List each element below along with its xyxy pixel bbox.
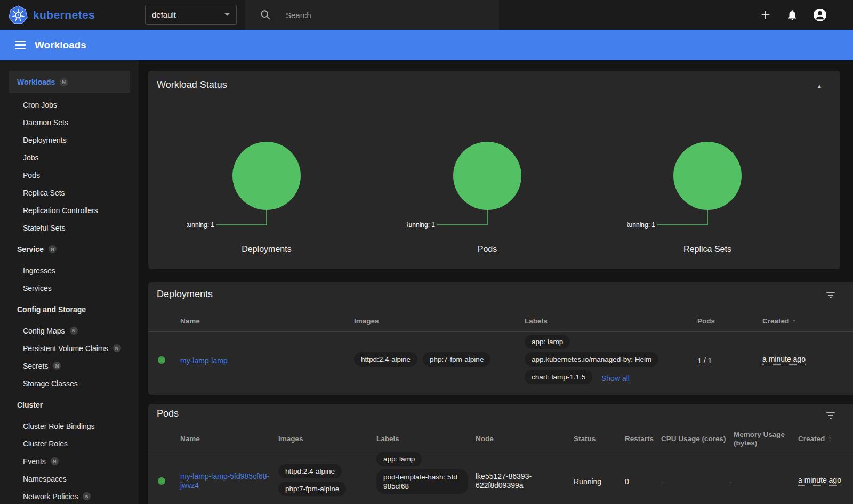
pie-legend: Running: 1 bbox=[627, 221, 655, 229]
pods-card: Pods Name Images Labels Node Status Rest… bbox=[148, 404, 853, 504]
notifications-button[interactable] bbox=[786, 9, 798, 21]
sidebar-item[interactable]: Secrets N bbox=[0, 357, 139, 375]
created-cell: a minute ago bbox=[798, 476, 841, 484]
leader-line bbox=[437, 210, 487, 225]
sidebar-item[interactable]: Config and Storage bbox=[0, 300, 139, 318]
sidebar-item[interactable]: Events N bbox=[0, 452, 139, 470]
column-header-name: Name bbox=[180, 435, 200, 443]
image-chip: httpd:2.4-alpine bbox=[278, 464, 342, 478]
new-badge: N bbox=[113, 344, 121, 352]
sidebar-item[interactable]: Network Policies N bbox=[0, 487, 139, 504]
sidebar-item-label: Config Maps bbox=[23, 327, 65, 335]
sidebar-item[interactable]: Services bbox=[0, 279, 139, 297]
pods-count: 1 / 1 bbox=[697, 356, 712, 365]
column-header-created[interactable]: Created↑ bbox=[798, 435, 832, 443]
search-bar[interactable] bbox=[245, 0, 499, 30]
sidebar-item[interactable]: Cluster Roles bbox=[0, 435, 139, 452]
card-title: Workload Status bbox=[157, 79, 227, 91]
sidebar-item[interactable]: Stateful Sets bbox=[0, 219, 139, 237]
sidebar-item[interactable]: Cron Jobs bbox=[0, 96, 139, 113]
sidebar-item-label: Config and Storage bbox=[17, 305, 86, 314]
chart-title: Deployments bbox=[187, 245, 347, 254]
sidebar-item[interactable]: Replication Controllers bbox=[0, 201, 139, 219]
sidebar-item[interactable]: Storage Classes bbox=[0, 375, 139, 392]
page-title: Workloads bbox=[35, 39, 86, 51]
sidebar-item[interactable]: Config Maps N bbox=[0, 322, 139, 339]
chart-title: Replica Sets bbox=[627, 245, 787, 254]
table-divider bbox=[148, 331, 853, 332]
new-badge: N bbox=[83, 492, 91, 500]
sidebar-item[interactable]: Persistent Volume Claims N bbox=[0, 339, 139, 357]
sidebar-item-label: Replication Controllers bbox=[23, 206, 98, 215]
column-header-restarts: Restarts bbox=[625, 435, 654, 443]
column-header-created[interactable]: Created↑ bbox=[762, 317, 796, 325]
label-chip: chart: lamp-1.1.5 bbox=[525, 370, 592, 384]
sidebar-item-label: Secrets bbox=[23, 362, 48, 370]
brand-title[interactable]: kubernetes bbox=[33, 0, 95, 30]
menu-icon[interactable] bbox=[15, 41, 26, 50]
created-cell: a minute ago bbox=[762, 355, 806, 363]
column-header-node: Node bbox=[476, 435, 494, 443]
column-header-pods: Pods bbox=[697, 317, 715, 325]
sidebar-item-label: Cluster bbox=[17, 401, 43, 409]
sidebar-item[interactable]: Service N bbox=[0, 240, 139, 258]
image-chip: httpd:2.4-alpine bbox=[354, 352, 417, 367]
label-chip: app: lamp bbox=[376, 452, 422, 466]
header-actions bbox=[760, 0, 827, 30]
search-icon bbox=[260, 10, 271, 20]
namespace-selector[interactable]: default bbox=[145, 5, 237, 25]
label-chip: pod-template-hash: 5fd985cf68 bbox=[376, 469, 468, 494]
pie-slice-running bbox=[673, 142, 742, 210]
sidebar-item[interactable]: Workloads N bbox=[9, 71, 130, 93]
sidebar-item[interactable]: Ingresses bbox=[0, 262, 139, 279]
collapse-icon[interactable]: ▲ bbox=[814, 83, 825, 90]
kubernetes-logo-icon[interactable] bbox=[9, 5, 28, 25]
sidebar-item-label: Workloads bbox=[17, 78, 55, 86]
sidebar-item-label: Deployments bbox=[23, 136, 67, 144]
sidebar-item-label: Ingresses bbox=[23, 266, 55, 275]
status-ok-icon bbox=[158, 477, 165, 485]
filter-icon[interactable] bbox=[825, 412, 836, 421]
search-input[interactable] bbox=[285, 10, 463, 20]
column-header-cpu: CPU Usage (cores) bbox=[661, 435, 726, 443]
leader-line bbox=[657, 210, 707, 225]
sidebar-item-label: Network Policies bbox=[23, 492, 78, 501]
column-header-labels: Labels bbox=[525, 317, 548, 325]
new-badge: N bbox=[60, 78, 68, 86]
sidebar-item-label: Service bbox=[17, 245, 44, 254]
label-chip: app.kubernetes.io/managed-by: Helm bbox=[525, 352, 658, 367]
node-cell: lke55127-86393-622f8d09399a bbox=[476, 472, 556, 490]
sidebar-item[interactable]: Cluster Role Bindings bbox=[0, 417, 139, 435]
pie-chart: Running: 1 Deployments bbox=[187, 141, 347, 254]
sidebar-item[interactable]: Replica Sets bbox=[0, 184, 139, 201]
content: Workload Status ▲ Running: 1 Deployments… bbox=[139, 60, 853, 504]
column-header-memory: Memory Usage (bytes) bbox=[734, 430, 803, 448]
account-button[interactable] bbox=[813, 8, 827, 22]
sidebar-item[interactable]: Daemon Sets bbox=[0, 113, 139, 131]
pod-status: Running bbox=[574, 477, 601, 486]
sort-arrow-icon: ↑ bbox=[792, 317, 796, 325]
column-header-images: Images bbox=[354, 317, 379, 325]
pod-name-link[interactable]: my-lamp-lamp-5fd985cf68-jwvz4 bbox=[180, 472, 274, 490]
sidebar-item[interactable]: Cluster bbox=[0, 396, 139, 413]
sidebar-item[interactable]: Deployments bbox=[0, 131, 139, 149]
new-badge: N bbox=[70, 327, 78, 335]
sidebar-item-label: Daemon Sets bbox=[23, 118, 68, 127]
create-button[interactable] bbox=[760, 9, 771, 21]
column-header-labels: Labels bbox=[376, 435, 399, 443]
column-header-images: Images bbox=[278, 435, 303, 443]
show-all-link[interactable]: Show all bbox=[601, 374, 630, 383]
labels-cell: app: lampapp.kubernetes.io/managed-by: H… bbox=[525, 335, 658, 384]
sidebar-item-label: Services bbox=[23, 284, 52, 292]
restarts-cell: 0 bbox=[625, 477, 629, 486]
sidebar-item-label: Replica Sets bbox=[23, 189, 65, 197]
sidebar-item[interactable]: Jobs bbox=[0, 149, 139, 166]
deployment-name-link[interactable]: my-lamp-lamp bbox=[180, 356, 228, 365]
filter-icon[interactable] bbox=[825, 292, 836, 300]
leader-line bbox=[216, 210, 267, 225]
sidebar-item[interactable]: Namespaces bbox=[0, 470, 139, 487]
sidebar-item-label: Persistent Volume Claims bbox=[23, 344, 108, 353]
card-title: Pods bbox=[157, 408, 179, 419]
cpu-usage-cell: - bbox=[661, 477, 664, 486]
sidebar-item[interactable]: Pods bbox=[0, 166, 139, 184]
